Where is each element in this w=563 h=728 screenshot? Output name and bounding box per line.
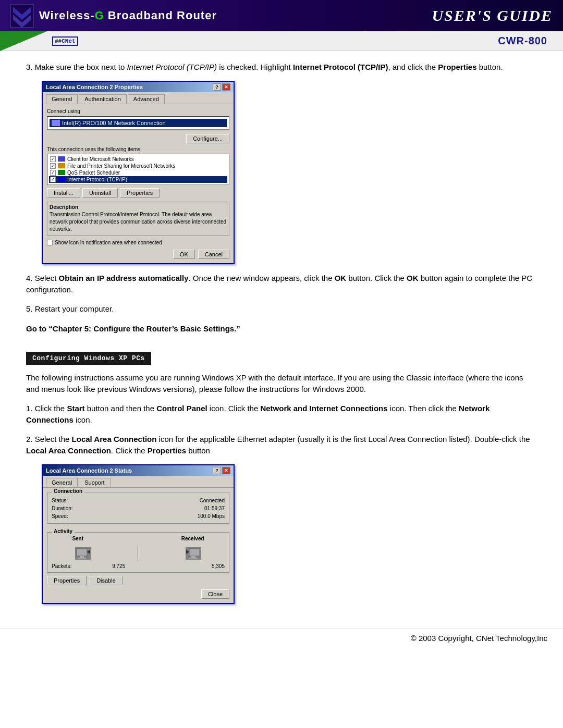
item-label-selected: Internet Protocol (TCP/IP) [67,177,127,182]
packets-label: Packets: [52,563,71,569]
dialog2-tab-support[interactable]: Support [79,478,111,487]
svg-rect-4 [77,549,87,556]
footer: © 2003 Copyright, CNet Technology,Inc [0,628,563,648]
cancel-button[interactable]: Cancel [198,250,229,259]
xp-intro-text: The following instructions assume you ar… [26,372,537,396]
tab-advanced[interactable]: Advanced [128,94,165,104]
users-guide-title: USER'S GUIDE [432,7,553,24]
dialog1-tabs: General Authentication Advanced [43,92,234,104]
titlebar-buttons: ? ✕ [213,83,230,91]
items-list: Client for Microsoft Networks File and P… [47,154,229,185]
dialog2-help-button[interactable]: ? [213,467,221,474]
step4-bold3: OK [407,274,419,282]
header-g: G [95,9,104,22]
uninstall-button[interactable]: Uninstall [82,188,118,198]
ok-cancel-row: OK Cancel [47,250,229,259]
header-rest: Broadband Router [104,9,217,22]
header-title: Wireless-G Broadband Router [39,9,217,22]
sent-icon-area [75,547,91,560]
checkbox-file[interactable] [50,163,56,169]
xp-step1-bold1: Start [67,404,84,413]
properties-button[interactable]: Properties [120,188,160,198]
header: Wireless-G Broadband Router USER'S GUIDE [0,0,563,31]
dialog2-titlebar: Local Area Connection 2 Status ? ✕ [43,465,234,476]
list-item-selected: Internet Protocol (TCP/IP) [49,176,227,183]
received-packets: 5,305 [212,563,225,569]
step5-text: 5. Restart your computer. [26,303,537,315]
svg-rect-8 [191,556,195,558]
list-item: QoS Packet Scheduler [49,169,227,176]
green-stripe [0,31,47,51]
goto-text: Go to “Chapter 5: Configure the Router’s… [26,323,537,335]
dialog2-tab-general[interactable]: General [46,478,78,487]
status-value: Connected [200,498,225,503]
header-wireless: Wireless- [39,9,95,22]
step3-bold1: Internet Protocol (TCP/IP) [293,63,388,71]
disable-button[interactable]: Disable [90,576,123,585]
dialog2-title: Local Area Connection 2 Status [46,467,132,474]
install-buttons-row: Install... Uninstall Properties [47,188,229,198]
list-item: File and Printer Sharing for Microsoft N… [49,163,227,169]
dialog2-titlebar-buttons: ? ✕ [213,467,230,474]
dialog2-body: Connection Status: Connected Duration: 0… [43,487,234,603]
svg-rect-7 [189,549,200,556]
adapter-name: Intel(R) PRO/100 M Network Connection [62,120,166,126]
adapter-item: Intel(R) PRO/100 M Network Connection [50,119,227,127]
speed-row: Speed: 100.0 Mbps [52,513,225,519]
svg-rect-5 [80,556,84,558]
header-logo-icon [10,4,34,28]
xp-step2-bold3: Properties [148,446,186,455]
xp-step2-bold1: Local Area Connection [72,435,157,443]
sent-packets: 9,725 [112,563,125,569]
close-button[interactable]: ✕ [222,83,230,91]
dialog2-close-btn[interactable]: Close [201,589,229,599]
status-buttons-row: Properties Disable [47,576,229,585]
description-title: Description [50,204,227,210]
duration-value: 01:59:37 [204,505,225,511]
xp-step2-text: 2. Select the Local Area Connection icon… [26,434,537,457]
connect-using-label: Connect using: [47,108,229,114]
step4-text: 4. Select Obtain an IP address automatic… [26,273,537,296]
help-button[interactable]: ? [213,83,221,91]
dialog2-properties-button[interactable]: Properties [47,576,87,585]
checkbox-qos[interactable] [50,170,56,176]
cnet-icon: ##CNet [52,36,78,46]
item-label: QoS Packet Scheduler [67,170,120,176]
description-text: Transmission Control Protocol/Internet P… [50,211,227,233]
checkbox-client[interactable] [50,156,56,162]
connection-title: Connection [52,488,84,494]
ok-button[interactable]: OK [173,250,195,259]
received-icon [186,547,201,560]
tab-general[interactable]: General [46,94,78,104]
activity-section: Activity Sent Received [47,532,229,573]
brand-logo: ##CNet [52,36,78,46]
xp-step2-bold2: Local Area Connection [26,446,111,455]
configure-button[interactable]: Configure... [186,134,229,143]
step3-italic: Internet Protocol (TCP/IP) [127,63,217,71]
configure-btn-row: Configure... [47,134,229,143]
section-banner: Configuring Windows XP PCs [26,352,151,365]
tab-authentication[interactable]: Authentication [79,94,127,104]
list-item: Client for Microsoft Networks [49,156,227,163]
dialog1-titlebar: Local Area Connection 2 Properties ? ✕ [43,82,234,92]
step3-text: 3. Make sure the box next to Internet Pr… [26,61,537,73]
install-button[interactable]: Install... [47,188,80,198]
dialog2-close-button[interactable]: ✕ [222,467,230,474]
file-icon [58,163,65,168]
step4-bold1: Obtain an IP address automatically [59,274,189,282]
tcpip-icon [58,177,65,182]
activity-icons-row [52,546,225,561]
dialog2-tabs: General Support [43,476,234,487]
close-row: Close [47,589,229,599]
status-label: Status: [52,498,68,503]
checkbox-tcpip[interactable] [50,177,56,182]
computer-receive-icon [186,548,201,559]
sent-label: Sent [72,536,83,541]
speed-value: 100.0 Mbps [198,513,225,519]
svg-rect-9 [189,558,198,559]
qos-icon [58,170,65,175]
connection-section: Connection Status: Connected Duration: 0… [47,492,229,524]
step4-bold2: OK [335,274,347,282]
show-icon-checkbox[interactable] [47,240,53,245]
packets-row: Packets: 9,725 5,305 [52,563,225,569]
